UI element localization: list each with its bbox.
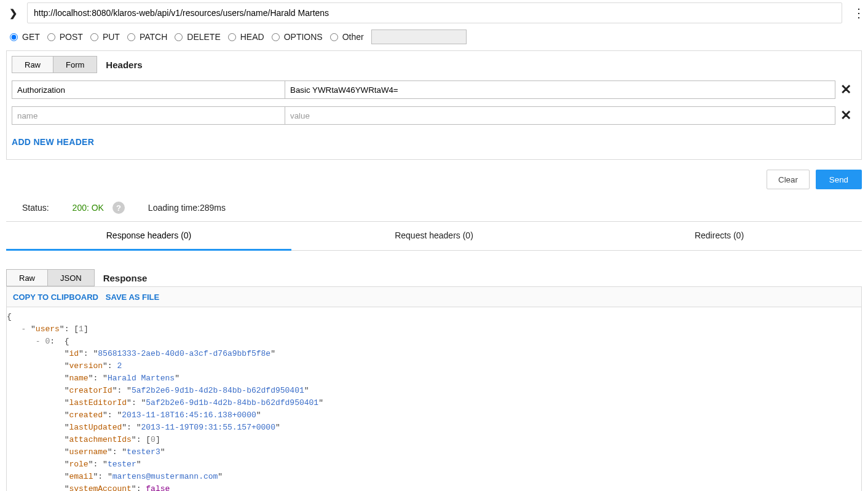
method-radio-put[interactable]: PUT <box>90 32 120 42</box>
tab-response-headers[interactable]: Response headers (0) <box>6 222 291 250</box>
add-new-header-button[interactable]: ADD NEW HEADER <box>12 137 94 147</box>
tab-request-headers[interactable]: Request headers (0) <box>291 222 577 250</box>
tab-form[interactable]: Form <box>53 56 97 73</box>
header-value-input[interactable] <box>285 106 835 125</box>
tab-raw[interactable]: Raw <box>12 56 53 73</box>
method-radio-get[interactable]: GET <box>10 32 40 42</box>
loading-time: Loading time:289ms <box>148 203 226 213</box>
url-input[interactable] <box>27 2 842 23</box>
clear-button[interactable]: Clear <box>767 170 810 189</box>
header-name-input[interactable] <box>12 106 285 125</box>
copy-to-clipboard-button[interactable]: COPY TO CLIPBOARD <box>13 293 98 302</box>
headers-title: Headers <box>106 60 142 70</box>
save-as-file-button[interactable]: SAVE AS FILE <box>106 293 159 302</box>
delete-header-icon[interactable]: ✕ <box>835 81 856 99</box>
method-radio-post[interactable]: POST <box>47 32 83 42</box>
tab-response-raw[interactable]: Raw <box>6 269 47 286</box>
method-radio-patch[interactable]: PATCH <box>127 32 167 42</box>
method-radio-delete[interactable]: DELETE <box>175 32 220 42</box>
method-radio-head[interactable]: HEAD <box>228 32 264 42</box>
tab-response-json[interactable]: JSON <box>47 269 95 286</box>
more-menu-icon[interactable]: ⋮ <box>850 7 868 19</box>
help-icon[interactable]: ? <box>112 202 125 214</box>
method-radio-options[interactable]: OPTIONS <box>272 32 323 42</box>
status-code: 200: OK <box>73 203 104 213</box>
delete-header-icon[interactable]: ✕ <box>835 106 856 125</box>
header-name-input[interactable] <box>12 81 285 99</box>
method-radio-other[interactable]: Other <box>330 32 364 42</box>
response-body[interactable]: { - "users": [1] - 0: { "id": "85681333-… <box>6 307 862 491</box>
send-button[interactable]: Send <box>816 170 862 189</box>
header-row: ✕ <box>12 81 856 99</box>
header-row: ✕ <box>12 106 856 125</box>
expand-icon[interactable]: ❯ <box>6 7 20 19</box>
method-other-input[interactable] <box>371 29 467 44</box>
tab-redirects[interactable]: Redirects (0) <box>577 222 862 250</box>
header-value-input[interactable] <box>285 81 835 99</box>
request-section: Raw Form Headers ✕ ✕ ADD NEW HEADER <box>6 50 862 160</box>
http-method-group: GETPOSTPUTPATCHDELETEHEADOPTIONSOther <box>6 23 868 50</box>
status-label: Status: <box>22 203 49 213</box>
response-title: Response <box>103 273 148 283</box>
